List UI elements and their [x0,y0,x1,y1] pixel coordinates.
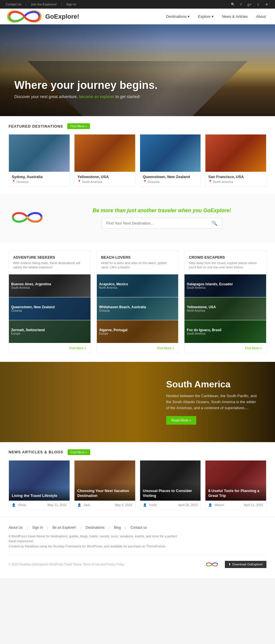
nav-news[interactable]: News & Articles [219,12,251,21]
person-icon: 👤 [143,503,147,507]
categories-grid: ADVENTURE SEEKERS With endless hiking tr… [9,251,266,353]
dest-region-sydney: 📍 Oceania [12,180,67,184]
cat-dest-name-algarve: Algarve, Portugal [99,328,127,332]
dest-image-queenstown [140,134,201,172]
news-card-tools[interactable]: 8 Useful Tools for Planning a Great Trip… [205,460,266,510]
cat-dest-queenstown[interactable]: Queenstown, New Zealand Oceania [9,297,91,320]
news-date-living: May 11, 2015 [48,503,67,507]
cat-dest-name-queenstown: Queenstown, New Zealand [11,305,55,309]
nav-about[interactable]: About [253,12,269,21]
cat-dest-name-zermatt: Zermatt, Switzerland [11,328,45,332]
cat-dest-buenos[interactable]: Buenos Aires, Argentina South America [9,274,91,297]
download-btn[interactable]: ⬇ Download GoExplore! [225,561,266,568]
dest-name-sf: San Francisco, USA [208,175,263,179]
dest-name-queenstown: Queenstown, New Zealand [143,175,198,179]
cat-find-more-crowd[interactable]: Find More » [245,346,262,350]
top-bar-right: 🔍 f g+ t ☀ [231,2,269,7]
news-find-more[interactable]: Find More » [68,449,90,455]
dest-region-sf: 📍 North America [208,180,263,184]
googleplus-icon[interactable]: g+ [247,2,252,7]
promo-text: Be more than just another traveler when … [57,208,266,214]
dest-image-sf [205,134,266,172]
cat-dest-acapulco[interactable]: Acapulco, Mexico North America [97,274,178,297]
news-title-choosing: Choosing Your Next Vacation Destination [77,489,132,498]
dest-card-queenstown[interactable]: Queenstown, New Zealand 📍 Oceania [140,134,201,187]
nav-destinations[interactable]: Destinations ▾ [163,12,193,21]
news-author-unusual: Emily [149,503,157,507]
promo-content: Be more than just another traveler when … [57,208,266,229]
nav-links: Destinations ▾ Explore ▾ News & Articles… [163,12,269,21]
footer-desc1: A WordPress travel theme for destination… [9,534,180,544]
cat-find-more-adventure[interactable]: Find More » [69,346,86,350]
pin-icon: 📍 [12,180,16,184]
svg-point-0 [26,216,28,218]
nav-explore[interactable]: Explore ▾ [195,12,217,21]
dest-card-sf[interactable]: San Francisco, USA 📍 North America [205,134,266,187]
promo-section: Be more than just another traveler when … [0,194,275,242]
hero-cta-link[interactable]: become an explorer [79,94,115,99]
cat-desc-adventure: With endless hiking trails, these destin… [13,261,86,270]
footer-link-signin[interactable]: Sign In [32,526,43,530]
footer-link-blog[interactable]: Blog [114,526,121,530]
promo-brand: GoExplore! [203,208,231,213]
news-card-living[interactable]: Living the Travel Lifestyle 👤 Olivia May… [9,460,70,510]
category-adventure: ADVENTURE SEEKERS With endless hiking tr… [9,251,91,353]
cat-title-adventure: ADVENTURE SEEKERS [13,255,86,259]
footer-link-about[interactable]: About Us [9,526,23,530]
search-submit-icon[interactable]: 🔍 [212,220,217,226]
news-title-living: Living the Travel Lifestyle [12,493,67,498]
footer-desc2: Created by Parallelus using the Runway F… [9,544,180,549]
cat-find-more-beach[interactable]: Find More » [157,346,174,350]
cat-dest-whitehaven[interactable]: Whitehaven Beach, Australia Oceania [97,297,178,320]
destination-search-bar[interactable]: 🔍 [102,218,222,229]
main-nav: GoExplore! Destinations ▾ Explore ▾ News… [0,9,275,24]
facebook-icon[interactable]: f [238,2,243,7]
search-icon-top[interactable]: 🔍 [231,3,235,6]
featured-find-more[interactable]: Find More » [67,123,90,129]
cat-dest-name-acapulco: Acapulco, Mexico [99,282,128,286]
cat-dest-region-acapulco: North America [99,286,128,289]
news-card-choosing[interactable]: Choosing Your Next Vacation Destination … [74,460,135,510]
category-beach: BEACH LOVERS Head for a swim and relax o… [97,251,179,353]
news-title: NEWS ARTICLES & BLOGS [9,450,63,454]
hero-content: Where your journey begins. Discover your… [14,79,158,99]
cat-dest-region-foz: South America [187,332,221,335]
promo-logo-icon [9,205,46,230]
cat-dest-region-yellowstone-c: North America [187,309,216,312]
news-header: NEWS ARTICLES & BLOGS Find More » [9,449,266,455]
dest-card-sydney[interactable]: Sydney, Australia 📍 Oceania [9,134,70,187]
news-author-tools: Mason [215,503,224,507]
dest-name-yellowstone: Yellowstone, USA [77,175,132,179]
twitter-icon[interactable]: t [256,2,261,7]
cat-dest-name-buenos: Buenos Aires, Argentina [11,282,51,286]
footer-link-explorer[interactable]: Be an Explorer! [52,526,76,530]
featured-title: FEATURED DESTINATIONS [9,124,63,128]
footer-link-destinations[interactable]: Destinations [86,526,105,530]
cat-title-beach: BEACH LOVERS [101,255,174,259]
news-card-unusual[interactable]: Unusual Places to Consider Visiting 👤 Em… [140,460,201,510]
sa-content: South America Nestled between the Caribb… [166,379,258,425]
cat-desc-beach: Head for a swim and relax on the warm, g… [101,261,174,270]
cat-dest-yellowstone-c[interactable]: Yellowstone, USA North America [184,297,266,320]
news-date-unusual: April 20, 2015 [178,503,198,507]
instagram-icon[interactable]: ☀ [264,2,269,7]
destination-search-input[interactable] [106,221,212,225]
destinations-grid: Sydney, Australia 📍 Oceania Yellowstone,… [9,134,266,187]
cat-dest-region-queenstown: Oceania [11,309,55,312]
cat-dest-foz[interactable]: Foz do Iguacu, Brasil South America [184,320,266,343]
logo[interactable]: GoExplore! [6,4,79,29]
person-icon: 👤 [77,503,81,507]
footer-link-contact[interactable]: Contact us [130,526,147,530]
cat-desc-crowd: Step away from the crowd, explore places… [189,261,262,270]
sa-read-more-btn[interactable]: Read More » [166,416,196,425]
cat-dest-zermatt[interactable]: Zermatt, Switzerland Europe [9,320,91,343]
dest-image-yellowstone [74,134,135,172]
cat-dest-galapagos[interactable]: Galapagos Islands, Ecuador South America [184,274,266,297]
news-title-tools: 8 Useful Tools for Planning a Great Trip [208,489,263,498]
dest-card-yellowstone[interactable]: Yellowstone, USA 📍 North America [74,134,135,187]
footer-copyright: © 2015 Parallelus (GoExplore!) WordPress… [9,563,125,566]
hero-overlay [0,24,275,116]
cat-dest-algarve[interactable]: Algarve, Portugal Europe [97,320,178,343]
hero-title: Where your journey begins. [14,79,158,91]
person-icon: 👤 [208,503,212,507]
